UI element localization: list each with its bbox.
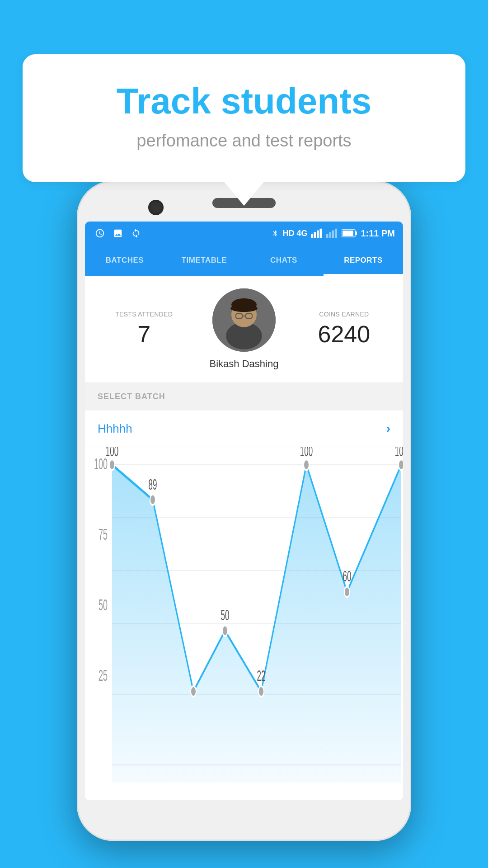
svg-point-33 bbox=[222, 625, 228, 636]
svg-point-15 bbox=[230, 305, 258, 312]
svg-point-35 bbox=[304, 459, 309, 470]
svg-rect-7 bbox=[335, 229, 338, 238]
avatar bbox=[212, 288, 276, 352]
phone-camera bbox=[148, 200, 164, 215]
status-icons-right: HD 4G 1:11 PM bbox=[272, 228, 395, 239]
avatar-block: Bikash Dashing bbox=[189, 288, 299, 370]
svg-rect-1 bbox=[314, 232, 316, 238]
batch-item[interactable]: Hhhhh › bbox=[85, 410, 403, 447]
chevron-right-icon: › bbox=[386, 421, 390, 436]
status-time: 1:11 PM bbox=[361, 228, 395, 239]
svg-text:60: 60 bbox=[343, 568, 352, 585]
coins-earned-block: COINS EARNED 6240 bbox=[299, 311, 389, 348]
svg-text:25: 25 bbox=[99, 667, 108, 684]
nav-tabs: BATCHES TIMETABLE CHATS REPORTS bbox=[85, 245, 403, 276]
svg-rect-4 bbox=[326, 234, 328, 238]
svg-text:50: 50 bbox=[221, 606, 230, 623]
status-icons-left bbox=[93, 227, 143, 240]
svg-rect-2 bbox=[317, 231, 319, 238]
tab-batches[interactable]: BATCHES bbox=[85, 245, 164, 276]
network-label: HD 4G bbox=[282, 229, 307, 238]
svg-rect-6 bbox=[332, 231, 334, 238]
svg-text:89: 89 bbox=[149, 476, 157, 493]
profile-section: TESTS ATTENDED 7 bbox=[85, 276, 403, 383]
svg-point-31 bbox=[150, 495, 155, 505]
tab-reports[interactable]: REPORTS bbox=[324, 245, 403, 276]
tooltip-title: Track students bbox=[54, 81, 434, 121]
svg-text:75: 75 bbox=[99, 526, 108, 543]
sync-icon bbox=[129, 227, 143, 240]
svg-point-37 bbox=[399, 459, 403, 470]
phone-frame: HD 4G 1:11 PM BATCHES TIMETABLE CHATS RE… bbox=[77, 181, 411, 841]
alarm-icon bbox=[93, 227, 107, 240]
tab-chats[interactable]: CHATS bbox=[244, 245, 324, 276]
svg-text:100: 100 bbox=[106, 447, 118, 459]
svg-rect-10 bbox=[355, 231, 357, 235]
image-icon bbox=[111, 227, 125, 240]
coins-earned-label: COINS EARNED bbox=[299, 311, 389, 318]
svg-rect-0 bbox=[311, 234, 313, 238]
svg-text:50: 50 bbox=[99, 596, 108, 614]
svg-point-30 bbox=[109, 459, 115, 470]
coins-earned-value: 6240 bbox=[299, 321, 389, 348]
tooltip-card: Track students perfomance and test repor… bbox=[23, 54, 465, 182]
svg-rect-3 bbox=[320, 229, 322, 238]
tests-attended-block: TESTS ATTENDED 7 bbox=[99, 311, 189, 348]
tooltip-subtitle: perfomance and test reports bbox=[54, 131, 434, 151]
tab-timetable[interactable]: TIMETABLE bbox=[164, 245, 244, 276]
tests-attended-label: TESTS ATTENDED bbox=[99, 311, 189, 318]
profile-name: Bikash Dashing bbox=[210, 358, 279, 370]
svg-rect-9 bbox=[343, 231, 353, 236]
svg-text:22: 22 bbox=[257, 667, 266, 684]
chart-container: 100 75 50 25 bbox=[85, 447, 403, 800]
phone-screen: HD 4G 1:11 PM BATCHES TIMETABLE CHATS RE… bbox=[85, 222, 403, 800]
svg-text:100: 100 bbox=[395, 447, 403, 459]
tests-attended-value: 7 bbox=[99, 321, 189, 348]
svg-point-36 bbox=[344, 586, 350, 597]
select-batch-label: SELECT BATCH bbox=[98, 392, 390, 401]
select-batch-header: SELECT BATCH bbox=[85, 383, 403, 410]
batch-name: Hhhhh bbox=[98, 422, 132, 436]
svg-point-32 bbox=[191, 686, 196, 697]
svg-point-34 bbox=[258, 686, 264, 697]
svg-text:100: 100 bbox=[300, 447, 313, 459]
svg-rect-5 bbox=[329, 232, 332, 238]
status-bar: HD 4G 1:11 PM bbox=[85, 222, 403, 245]
chart-area: 100 75 50 25 bbox=[85, 447, 403, 800]
